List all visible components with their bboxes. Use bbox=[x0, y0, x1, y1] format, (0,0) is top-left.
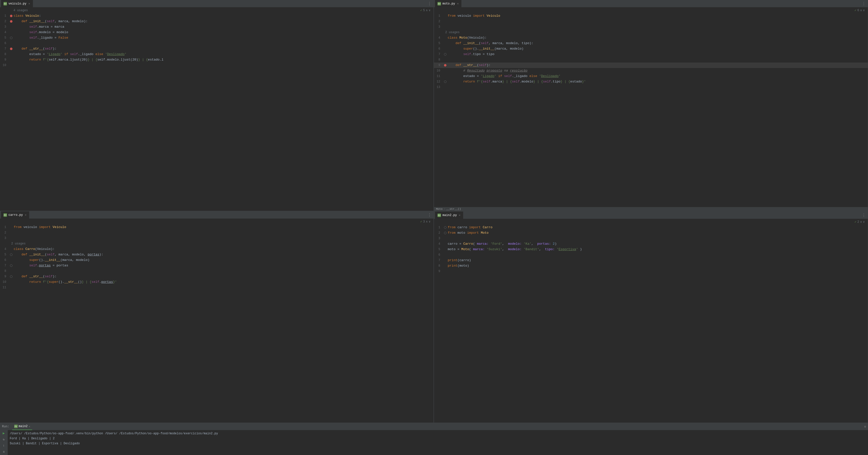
check-icon-carro: ✓ bbox=[420, 220, 422, 224]
code-line: 1 from carro import Carro bbox=[434, 225, 868, 230]
check-count-main2: 2 bbox=[857, 220, 859, 224]
run-play-button[interactable]: ▶ bbox=[1, 431, 6, 435]
tab-veiculo[interactable]: py veiculo.py ✕ bbox=[1, 0, 33, 7]
code-line: 5 moto = Moto( marca: 'Suzuki', modelo: … bbox=[434, 247, 868, 252]
py-icon: py bbox=[3, 2, 7, 5]
arrow-down-veiculo[interactable]: ∨ bbox=[429, 8, 431, 12]
code-line: 9 def __str__(self): bbox=[0, 274, 434, 279]
code-line: 3 bbox=[434, 236, 868, 241]
tab-carro[interactable]: py carro.py ✕ bbox=[1, 211, 29, 219]
check-count-carro: 3 bbox=[423, 220, 425, 224]
breakpoint-outline bbox=[10, 275, 12, 278]
code-line: 4 self.modelo = modelo bbox=[0, 30, 434, 35]
run-output-suzuki: Suzuki | Bandit | Esportiva | Desligado bbox=[10, 441, 866, 446]
code-line: 10 # Resultado proposto na resolução bbox=[434, 68, 868, 73]
code-line: 2 def __init__(self, marca, modelo): bbox=[0, 19, 434, 24]
settings-icon[interactable]: ⚙ bbox=[864, 425, 866, 429]
arrow-up-carro[interactable]: ∧ bbox=[426, 220, 428, 224]
tab-menu-veiculo[interactable]: ⋮ bbox=[426, 1, 434, 6]
py-icon-carro: py bbox=[3, 213, 7, 217]
tab-main2-label: main2.py bbox=[442, 214, 457, 217]
tab-menu-main2[interactable]: ⋮ bbox=[860, 213, 868, 218]
status-row-main2: x ✓ 2 ∧ ∨ bbox=[434, 219, 868, 225]
run-toolbar: ▶ ↻ ↕ ≡ bbox=[0, 430, 8, 455]
carro-usages-banner: 2 usages bbox=[0, 241, 434, 246]
run-tab-main2[interactable]: py main2 ✕ bbox=[12, 423, 32, 430]
arrow-up-main2[interactable]: ∧ bbox=[860, 220, 862, 224]
tab-veiculo-label: veiculo.py bbox=[8, 2, 26, 5]
run-rerun-button[interactable]: ↻ bbox=[1, 437, 6, 442]
run-panel-header: Run: py main2 ✕ ⚙ bbox=[0, 423, 868, 430]
code-line: 1 from veiculo import Veiculo bbox=[434, 13, 868, 19]
tab-main2[interactable]: py main2.py ✕ bbox=[435, 212, 463, 219]
status-row-carro: x ✓ 3 ∧ ∨ bbox=[0, 219, 434, 225]
tab-carro-close[interactable]: ✕ bbox=[25, 213, 27, 217]
code-view-main2: 1 from carro import Carro 2 from moto im… bbox=[434, 225, 868, 423]
tab-bar-moto: py moto.py ✕ ⋮ bbox=[434, 0, 868, 7]
code-line: 3 self.marca = marca bbox=[0, 24, 434, 30]
arrow-down-moto[interactable]: ∨ bbox=[863, 8, 865, 12]
arrow-up-moto[interactable]: ∧ bbox=[860, 8, 862, 12]
tab-bar-carro: py carro.py ✕ ⋮ bbox=[0, 211, 434, 219]
editor-status-main2: ✓ 2 ∧ ∨ bbox=[855, 220, 867, 224]
veiculo-usages: 4 usages bbox=[1, 8, 28, 13]
breakpoint bbox=[10, 47, 12, 50]
tab-moto-label: moto.py bbox=[442, 2, 455, 5]
breakpoint-outline bbox=[10, 253, 12, 256]
py-icon-main2: py bbox=[437, 214, 441, 217]
breakpoint-outline bbox=[444, 226, 446, 229]
code-line: 8 estado = 'Ligado' if self._ligado else… bbox=[0, 52, 434, 57]
code-line: 13 bbox=[434, 85, 868, 90]
code-line: 10 bbox=[0, 63, 434, 68]
code-line: 2 from moto import Moto bbox=[434, 230, 868, 236]
code-line: 3 bbox=[0, 235, 434, 241]
arrow-down-main2[interactable]: ∨ bbox=[863, 220, 865, 224]
run-panel-content: /Users/ /Estudos/Python/oo-app-food/.ven… bbox=[8, 430, 868, 455]
tab-menu-carro[interactable]: ⋮ bbox=[426, 213, 434, 218]
run-panel: Run: py main2 ✕ ⚙ ▶ ↻ ↕ ≡ /Users/ /Estud… bbox=[0, 423, 868, 455]
code-line: 11 estado = 'Ligado' if self._ligado els… bbox=[434, 73, 868, 79]
tab-moto-close[interactable]: ✕ bbox=[457, 2, 459, 5]
breakpoint-outline bbox=[444, 232, 446, 234]
code-line: 6 super().__init__(marca, modelo) bbox=[434, 46, 868, 52]
run-list-button[interactable]: ≡ bbox=[1, 450, 6, 454]
py-icon-moto: py bbox=[437, 2, 441, 5]
tab-veiculo-close[interactable]: ✕ bbox=[28, 2, 30, 5]
check-icon-veiculo: ✓ bbox=[420, 8, 422, 12]
code-line: 5 def __init__(self, marca, modelo, tipo… bbox=[434, 41, 868, 46]
code-view-veiculo: 1 class Veiculo: 2 def __init__(self, ma… bbox=[0, 13, 434, 211]
code-line: 7 print(carro) bbox=[434, 258, 868, 263]
breakpoint-outline bbox=[444, 53, 446, 56]
code-line: 6 super().__init__(marca, modelo) bbox=[0, 257, 434, 263]
code-line: 6 bbox=[0, 41, 434, 46]
code-line: 1 from veiculo import Veiculo bbox=[0, 225, 434, 230]
code-line: 9 return f'{self.marca.ljust(20)} | {sel… bbox=[0, 57, 434, 63]
code-line: 4 carro = Carro( marca: 'Ford', modelo: … bbox=[434, 241, 868, 247]
run-tab-close[interactable]: ✕ bbox=[29, 425, 30, 428]
arrow-down-carro[interactable]: ∨ bbox=[429, 220, 431, 224]
breadcrumb-method: __str__() bbox=[446, 207, 461, 210]
run-stop-button[interactable]: ↕ bbox=[1, 444, 6, 448]
run-output-ford: Ford | Ka | Desligado | 2 bbox=[10, 436, 866, 441]
code-line: 11 bbox=[0, 285, 434, 290]
tab-carro-label: carro.py bbox=[8, 213, 23, 217]
run-cmd-line: /Users/ /Estudos/Python/oo-app-food/.ven… bbox=[10, 431, 866, 436]
code-line: 2 bbox=[434, 19, 868, 24]
breakpoint bbox=[444, 64, 446, 67]
status-row-veiculo: 4 usages ✓ 5 ∧ ∨ bbox=[0, 7, 434, 13]
code-line: 9 def __str__(self): bbox=[434, 63, 868, 68]
breakpoint bbox=[10, 20, 12, 23]
code-line: 10 return f'{super().__str__()} | {self.… bbox=[0, 279, 434, 285]
check-icon-main2: ✓ bbox=[855, 220, 856, 224]
tab-main2-close[interactable]: ✕ bbox=[459, 214, 461, 217]
breakpoint-outline bbox=[10, 264, 12, 267]
arrow-up-veiculo[interactable]: ∧ bbox=[426, 8, 428, 12]
breadcrumb-class: Moto bbox=[436, 207, 442, 210]
tab-menu-moto[interactable]: ⋮ bbox=[860, 1, 868, 6]
code-line: 7 self.portas = portas bbox=[0, 263, 434, 268]
code-line: 1 class Veiculo: bbox=[0, 13, 434, 19]
moto-usages-banner: 2 usages bbox=[434, 30, 868, 35]
tab-moto[interactable]: py moto.py ✕ bbox=[435, 0, 461, 7]
editor-status-veiculo: ✓ 5 ∧ ∨ bbox=[420, 8, 433, 13]
check-count-moto: 6 bbox=[857, 9, 859, 12]
